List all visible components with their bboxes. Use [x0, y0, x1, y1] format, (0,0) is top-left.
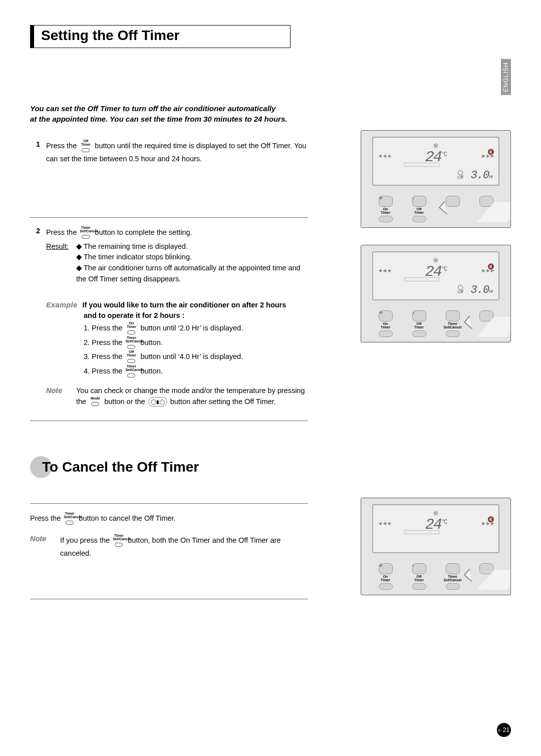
on-timer-button[interactable]: OnTimer [372, 207, 399, 222]
cancel-step-text: Press the Timer Set/Cancel button to can… [30, 512, 308, 526]
step-1-text: Press the Off Timer button until the req… [46, 139, 308, 164]
example-steps: 1. Press the OnTimer button until ‘2.0 H… [84, 321, 308, 379]
step-number: 2 [30, 226, 46, 285]
remote-illustration-1: ❄ ◄◄◄ ►►► 24°C 🔇 Off 3.0Hr ⟲ ↕ OnTimer O… [361, 130, 511, 228]
on-timer-button[interactable]: OnTimer [372, 322, 399, 337]
page-title: Setting the Off Timer [41, 28, 283, 44]
example-label: Example [46, 301, 77, 309]
bar-indicator [404, 277, 439, 281]
note-label: Note [46, 386, 76, 408]
set-cancel-button[interactable]: TimerSet/Cancel [439, 322, 466, 337]
on-timer-button[interactable]: OnTimer [372, 575, 399, 590]
note-body: If you press the Timer Set/Cancel button… [60, 534, 308, 559]
sound-icon: 🔇 [487, 263, 494, 270]
result-label: Result: [46, 241, 76, 285]
temp-up-down-icon: ◯▮◯ [148, 397, 167, 407]
remote-illustration-2: ❄ ◄◄◄ ►►► 24°C 🔇 Off 3.0Hr ⟲ ↕ OnTimer O… [361, 245, 511, 342]
louver-button[interactable]: ↕ [406, 557, 432, 574]
sound-icon: 🔇 [487, 516, 494, 523]
mode-button-icon: Mode [89, 397, 101, 408]
bar-indicator [404, 163, 439, 167]
off-timer-button[interactable]: OffTimer [406, 207, 432, 222]
off-hours-display: 3.0Hr [471, 284, 493, 296]
remote-row-1: ⟲ ↕ [372, 190, 499, 207]
timer-off-indicator: Off [457, 285, 463, 294]
louver-button[interactable]: ↕ [406, 304, 432, 321]
result-body: ◆The remaining time is displayed. ◆The t… [76, 241, 308, 285]
divider [30, 217, 308, 218]
remote-row-1: ⟲ ↕ [372, 304, 499, 321]
louver-button[interactable]: ↕ [406, 190, 432, 207]
remote-row-1: ⟲ ↕ [372, 557, 499, 574]
swing-button[interactable]: ⟲ [372, 190, 399, 207]
set-cancel-button-icon: Timer Set/Cancel [64, 512, 76, 526]
off-timer-button[interactable]: OffTimer [406, 322, 432, 337]
remote-screen: ❄ ◄◄◄ ►►► 24°C 🔇 [372, 504, 499, 553]
off-timer-button-icon: OffTimer [125, 350, 137, 364]
off-timer-button-icon: Off Timer [80, 139, 92, 154]
remote-illustration-3: ❄ ◄◄◄ ►►► 24°C 🔇 ⟲ ↕ OnTimer OffTimer Ti… [361, 498, 511, 595]
language-tab: ENGLISH [501, 59, 511, 95]
step-number: 1 [30, 139, 46, 164]
sound-icon: 🔇 [487, 149, 494, 155]
on-timer-button-icon: OnTimer [125, 321, 137, 336]
swing-button[interactable]: ⟲ [372, 304, 399, 321]
note-body: You can check or change the mode and/or … [76, 386, 308, 408]
set-cancel-button-icon: TimerSet/Cancel [125, 364, 137, 379]
off-hours-display: 3.0Hr [471, 169, 493, 182]
set-cancel-button-icon: Timer Set/Cancel [80, 226, 92, 240]
divider [30, 421, 308, 421]
timer-off-indicator: Off [457, 170, 463, 180]
step-2-text: Press the Timer Set/Cancel button to com… [46, 226, 308, 240]
blank-button[interactable] [439, 557, 466, 574]
section-title-cancel: To Cancel the Off Timer [42, 459, 199, 475]
set-cancel-button[interactable]: TimerSet/Cancel [439, 575, 466, 590]
bar-indicator [404, 530, 439, 534]
remote-screen: ❄ ◄◄◄ ►►► 24°C 🔇 Off 3.0Hr [372, 137, 499, 186]
set-cancel-button-icon: Timer Set/Cancel [113, 534, 125, 548]
swing-button[interactable]: ⟲ [372, 557, 399, 574]
off-timer-button[interactable]: OffTimer [406, 575, 432, 590]
divider [30, 599, 308, 599]
note-label: Note [30, 534, 60, 559]
title-box: Setting the Off Timer [30, 25, 291, 48]
intro-text: You can set the Off Timer to turn off th… [30, 103, 308, 124]
example-lead: Example If you would like to turn the ai… [46, 300, 308, 322]
page-number-badge: E-21 [497, 723, 511, 737]
divider [30, 503, 308, 504]
remote-screen: ❄ ◄◄◄ ►►► 24°C 🔇 Off 3.0Hr [372, 251, 499, 300]
blank-button[interactable] [439, 304, 466, 321]
set-cancel-button-icon: TimerSet/Cancel [125, 336, 137, 350]
